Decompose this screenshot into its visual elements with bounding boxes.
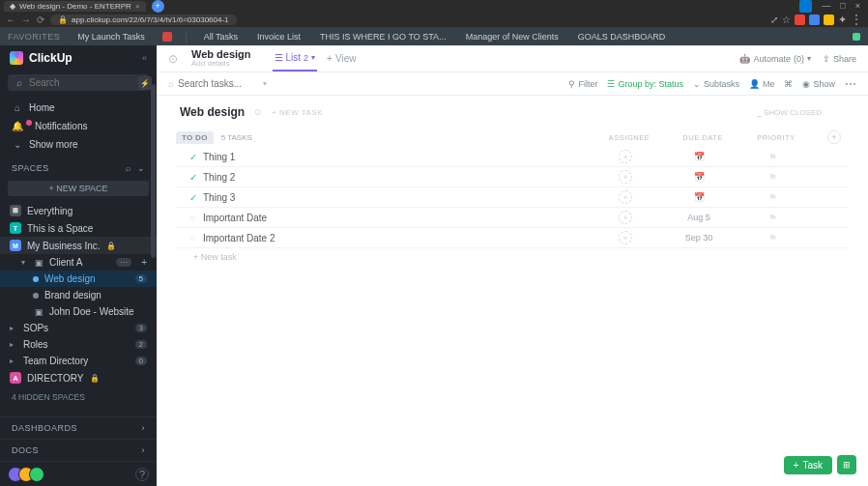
- task-row[interactable]: ▸ ✓ Thing 1 + 📅 ⚑: [176, 147, 849, 167]
- task-search-input[interactable]: [178, 78, 255, 89]
- space-this-is-a-space[interactable]: T This is a Space: [0, 219, 157, 237]
- extensions-menu-icon[interactable]: ✦: [838, 14, 847, 26]
- space-my-business[interactable]: M My Business Inc. 🔒: [0, 237, 157, 254]
- sidebar-item-sops[interactable]: ▸ SOPs 3: [0, 320, 157, 336]
- status-icon[interactable]: ○: [189, 233, 199, 243]
- assignee-icon[interactable]: +: [619, 190, 632, 204]
- page-subtitle[interactable]: Add details: [191, 60, 251, 69]
- browser-tab[interactable]: ◆ Web design - Demo - ENTERPR ×: [4, 1, 146, 12]
- pinned-item[interactable]: GOALS DASHBOARD: [574, 30, 670, 43]
- avatar[interactable]: [29, 467, 44, 482]
- help-icon[interactable]: ?: [135, 468, 149, 481]
- assignee-icon[interactable]: +: [619, 211, 632, 224]
- priority-flag-icon[interactable]: ⚑: [750, 172, 795, 183]
- status-pill[interactable]: TO DO: [176, 131, 214, 144]
- space-directory[interactable]: A DIRECTORY 🔒: [0, 369, 157, 386]
- due-date-cell[interactable]: 📅: [677, 192, 721, 202]
- url-field[interactable]: 🔒 app.clickup.com/22/6/7/3/4/h/1/6=03030…: [50, 14, 237, 25]
- sidebar-everything[interactable]: ⊞ Everything: [0, 202, 157, 219]
- chevron-down-icon[interactable]: ▾: [263, 79, 267, 88]
- sidebar-item-team-directory[interactable]: ▸ Team Directory 0: [0, 353, 157, 369]
- tab-list[interactable]: ☰ List 2 ▾: [273, 45, 318, 71]
- forward-icon[interactable]: →: [21, 14, 31, 25]
- due-date-cell[interactable]: 📅: [677, 152, 721, 161]
- favorite-item[interactable]: My Launch Tasks: [73, 30, 148, 43]
- assignee-icon[interactable]: +: [619, 231, 632, 244]
- automate-button[interactable]: 🤖 Automate (0) ▾: [739, 54, 811, 64]
- status-icon[interactable]: ○: [189, 213, 199, 223]
- new-task-fab[interactable]: + Task: [784, 456, 832, 474]
- col-header-assignee[interactable]: ASSIGNEE: [607, 133, 651, 142]
- collapse-sidebar-icon[interactable]: «: [142, 53, 147, 63]
- back-icon[interactable]: ←: [6, 14, 15, 25]
- chevron-down-icon[interactable]: ⌄: [137, 163, 146, 173]
- due-date-cell[interactable]: 📅: [677, 172, 721, 182]
- task-name[interactable]: Thing 2: [199, 172, 235, 183]
- show-closed-button[interactable]: ⎯ SHOW CLOSED: [757, 108, 845, 117]
- translate-icon[interactable]: ⤢: [770, 14, 778, 25]
- task-row[interactable]: ▸ ✓ Thing 3 + 📅 ⚑: [176, 187, 849, 208]
- restore-icon[interactable]: [799, 0, 812, 13]
- task-name[interactable]: Thing 3: [199, 192, 235, 203]
- pinned-item[interactable]: All Tasks: [200, 30, 242, 43]
- priority-flag-icon[interactable]: ⚑: [750, 152, 795, 162]
- subtasks-button[interactable]: ⌄ Subtasks: [693, 79, 739, 89]
- apps-fab[interactable]: ⊞: [837, 455, 856, 474]
- col-header-due[interactable]: DUE DATE: [680, 133, 725, 142]
- group-by-button[interactable]: ☰ Group by: Status: [607, 79, 683, 89]
- assignee-icon[interactable]: +: [619, 170, 632, 184]
- nav-show-more[interactable]: ⌄ Show more: [0, 135, 157, 154]
- task-row[interactable]: ▸ ✓ Thing 2 + 📅 ⚑: [176, 167, 849, 187]
- sidebar-item-roles[interactable]: ▸ Roles 2: [0, 336, 157, 353]
- show-button[interactable]: ◉ Show: [802, 79, 835, 89]
- nav-notifications[interactable]: 🔔 Notifications: [0, 117, 157, 135]
- quick-action-icon[interactable]: ⚡: [138, 76, 152, 90]
- add-view-button[interactable]: + View: [327, 53, 356, 64]
- sidebar-search[interactable]: ⌕ ⚡: [8, 74, 149, 91]
- task-row[interactable]: ▸ ○ Important Date 2 + Sep 30 ⚑: [176, 228, 849, 248]
- assignees-icon[interactable]: ⌘: [784, 79, 793, 89]
- task-name[interactable]: Important Date 2: [199, 233, 275, 243]
- me-button[interactable]: 👤 Me: [749, 79, 775, 89]
- task-name[interactable]: Thing 1: [199, 152, 235, 162]
- task-row[interactable]: ▸ ○ Important Date + Aug 5 ⚑: [176, 208, 849, 228]
- task-search[interactable]: ⌕ ▾: [168, 78, 267, 89]
- due-date-cell[interactable]: Aug 5: [677, 213, 721, 222]
- info-icon[interactable]: ⊙: [254, 107, 262, 117]
- close-icon[interactable]: ×: [135, 2, 140, 11]
- col-header-priority[interactable]: PRIORITY: [754, 133, 798, 142]
- extension-icon[interactable]: [795, 14, 805, 25]
- check-icon[interactable]: ✓: [189, 192, 199, 203]
- pinned-item[interactable]: THIS IS WHERE I GO TO STA...: [316, 30, 450, 43]
- reload-icon[interactable]: ⟳: [37, 14, 44, 25]
- assignee-icon[interactable]: +: [619, 150, 632, 163]
- due-date-cell[interactable]: Sep 30: [677, 233, 721, 243]
- priority-flag-icon[interactable]: ⚑: [750, 213, 795, 223]
- priority-flag-icon[interactable]: ⚑: [750, 192, 795, 203]
- check-icon[interactable]: ✓: [189, 152, 199, 162]
- window-close-icon[interactable]: ×: [855, 1, 860, 11]
- dashboards-header[interactable]: DASHBOARDS ›: [0, 416, 157, 439]
- extension-icon[interactable]: [824, 14, 834, 25]
- priority-flag-icon[interactable]: ⚑: [750, 233, 795, 243]
- check-icon[interactable]: ✓: [189, 172, 199, 183]
- folder-john-doe[interactable]: ▣ John Doe - Website: [0, 303, 157, 320]
- extension-icon[interactable]: [809, 14, 820, 25]
- docs-header[interactable]: DOCS ›: [0, 439, 157, 461]
- new-task-button[interactable]: + NEW TASK: [272, 108, 323, 117]
- nav-home[interactable]: ⌂ Home: [0, 99, 157, 117]
- share-button[interactable]: ⇪ Share: [823, 54, 856, 64]
- favorite-color-icon[interactable]: [162, 32, 172, 42]
- status-indicator-icon[interactable]: [853, 33, 860, 41]
- search-spaces-icon[interactable]: ⌕: [126, 163, 131, 173]
- more-icon[interactable]: ⋯: [845, 77, 856, 91]
- hidden-spaces[interactable]: 4 HIDDEN SPACES: [0, 386, 157, 408]
- star-icon[interactable]: ☆: [782, 14, 791, 25]
- folder-client-a[interactable]: ▾ ▣ Client A ⋯ +: [0, 254, 157, 271]
- add-column-button[interactable]: +: [827, 130, 841, 144]
- new-tab-button[interactable]: +: [152, 0, 164, 13]
- filter-button[interactable]: ⚲ Filter: [568, 79, 597, 89]
- new-space-button[interactable]: + NEW SPACE: [8, 181, 149, 196]
- search-input[interactable]: [29, 77, 116, 88]
- minimize-icon[interactable]: —: [822, 1, 830, 11]
